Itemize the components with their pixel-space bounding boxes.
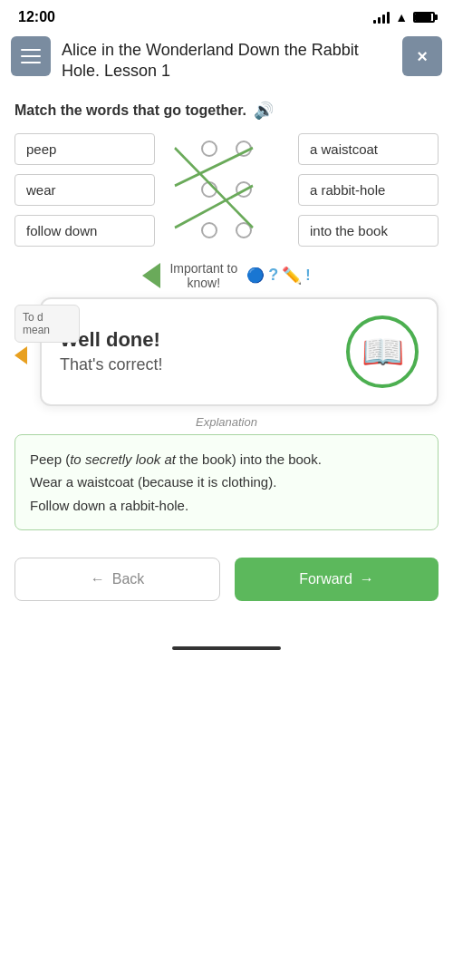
explanation-label: Explanation (14, 415, 439, 429)
left-word-1[interactable]: peep (14, 133, 155, 165)
well-done-title: Well done! (60, 328, 332, 352)
back-button[interactable]: ← Back (14, 558, 220, 601)
yellow-arrow-icon (14, 346, 27, 364)
right-word-3[interactable]: into the book (298, 215, 439, 247)
match-exercise: peep a waistcoat wear a rabbit-hole (14, 133, 439, 247)
navigation: ← Back Forward → (0, 539, 453, 628)
header: Alice in the Wonderland Down the Rabbit … (0, 31, 453, 92)
left-circle-1[interactable] (201, 141, 217, 157)
arrow-left-icon (142, 263, 160, 288)
well-done-text: Well done! That's correct! (60, 328, 332, 374)
battery-icon (413, 12, 435, 23)
menu-line (21, 62, 41, 63)
back-arrow-icon: ← (91, 571, 105, 587)
main-content: Match the words that go together. 🔊 peep… (0, 92, 453, 540)
left-circle-2[interactable] (201, 181, 217, 198)
explanation-line-3: Follow down a rabbit-hole. (30, 494, 423, 518)
right-circle-3[interactable] (236, 222, 252, 238)
sound-button[interactable]: 🔊 (254, 101, 274, 121)
circles-2 (168, 181, 285, 198)
decoration-icons: 🔵 ? ✏️ ! (246, 266, 310, 286)
match-row-2: wear a rabbit-hole (14, 174, 439, 206)
right-circle-1[interactable] (236, 141, 252, 157)
menu-button[interactable] (11, 36, 51, 76)
menu-line (21, 55, 41, 57)
home-indicator (172, 646, 281, 650)
well-done-container: To d mean Well done! That's correct! 📖 (14, 297, 439, 406)
left-word-3[interactable]: follow down (14, 215, 155, 247)
forward-arrow-icon: → (360, 571, 374, 587)
well-done-popup: Well done! That's correct! 📖 (40, 297, 439, 406)
instruction-text: Match the words that go together. (14, 102, 246, 119)
back-label: Back (112, 571, 145, 587)
wifi-icon: ▲ (395, 10, 408, 24)
signal-icon (373, 11, 390, 24)
circles-1 (168, 141, 285, 157)
circles-3 (168, 222, 285, 238)
forward-label: Forward (299, 571, 352, 587)
partial-card: To d mean (14, 305, 80, 364)
close-button[interactable]: × (402, 36, 442, 76)
explanation-box: Peep (to secretly look at the book) into… (14, 434, 439, 531)
explanation-line-2: Wear a waistcoat (because it is clothing… (30, 471, 423, 494)
forward-button[interactable]: Forward → (235, 558, 439, 601)
right-word-1[interactable]: a waistcoat (298, 133, 439, 165)
instruction-row: Match the words that go together. 🔊 (14, 101, 439, 121)
exclamation-icon: ! (305, 267, 310, 284)
status-icons: ▲ (373, 10, 435, 24)
book-icon: 📖 (346, 315, 419, 388)
menu-line (21, 49, 41, 51)
pencil-icon: ✏️ (282, 266, 302, 286)
match-row-1: peep a waistcoat (14, 133, 439, 165)
left-circle-3[interactable] (201, 222, 217, 238)
left-word-2[interactable]: wear (14, 174, 155, 206)
right-word-2[interactable]: a rabbit-hole (298, 174, 439, 206)
status-bar: 12:00 ▲ (0, 0, 453, 31)
question-dot-icon: 🔵 (246, 267, 265, 284)
info-area: Important to know! 🔵 ? ✏️ ! To d mean We… (14, 256, 439, 531)
well-done-subtitle: That's correct! (60, 355, 332, 374)
match-row-3: follow down into the book (14, 215, 439, 247)
right-circle-2[interactable] (236, 181, 252, 198)
lesson-title: Alice in the Wonderland Down the Rabbit … (62, 36, 391, 82)
time: 12:00 (18, 9, 55, 25)
question-mark-icon: ? (268, 266, 278, 285)
explanation-line-1: Peep (to secretly look at the book) into… (30, 448, 423, 471)
important-banner-text: Important to know! (169, 261, 237, 290)
